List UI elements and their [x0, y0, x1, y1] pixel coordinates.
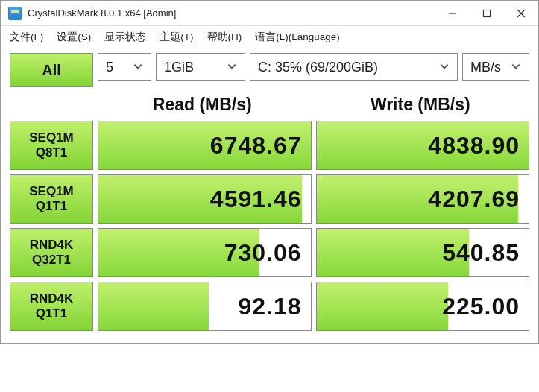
chevron-down-icon	[511, 60, 521, 75]
menu-settings[interactable]: 设置(S)	[57, 31, 91, 44]
column-headers: Read (MB/s) Write (MB/s)	[10, 90, 529, 121]
test-label-line2: Q8T1	[36, 145, 68, 160]
test-button-seq1m-q1t1[interactable]: SEQ1MQ1T1	[10, 174, 93, 224]
maximize-icon	[482, 9, 491, 18]
chevron-down-icon	[133, 60, 143, 75]
close-icon	[517, 9, 526, 18]
chevron-down-icon	[439, 60, 450, 75]
titlebar: CrystalDiskMark 8.0.1 x64 [Admin]	[1, 1, 538, 26]
read-cell: 6748.67	[98, 121, 312, 170]
test-label-line2: Q1T1	[36, 199, 68, 214]
menu-language[interactable]: 语言(L)(Language)	[255, 31, 340, 44]
write-cell: 4838.90	[316, 121, 530, 170]
test-button-seq1m-q8t1[interactable]: SEQ1MQ8T1	[10, 121, 93, 170]
test-label-line2: Q32T1	[32, 253, 71, 268]
test-count-select[interactable]: 5	[98, 53, 151, 81]
unit-value: MB/s	[470, 60, 501, 75]
read-value: 6748.67	[210, 132, 302, 159]
test-count-value: 5	[106, 60, 113, 75]
menubar: 文件(F) 设置(S) 显示状态 主题(T) 帮助(H) 语言(L)(Langu…	[1, 26, 538, 48]
minimize-icon	[448, 9, 457, 18]
write-cell: 540.85	[316, 228, 530, 277]
result-row: SEQ1MQ8T16748.674838.90	[10, 121, 529, 170]
progress-bar	[317, 282, 448, 330]
all-button-label: All	[42, 62, 61, 79]
result-row: SEQ1MQ1T14591.464207.69	[10, 174, 529, 224]
close-button[interactable]	[504, 1, 538, 26]
window-title: CrystalDiskMark 8.0.1 x64 [Admin]	[28, 7, 176, 19]
menu-theme[interactable]: 主题(T)	[160, 31, 193, 44]
test-label-line1: RND4K	[30, 238, 74, 253]
read-value: 730.06	[224, 239, 302, 267]
menu-state[interactable]: 显示状态	[104, 31, 146, 44]
write-cell: 225.00	[316, 282, 530, 331]
write-cell: 4207.69	[316, 174, 530, 224]
all-button[interactable]: All	[10, 53, 93, 87]
test-size-select[interactable]: 1GiB	[156, 53, 245, 81]
write-value: 4838.90	[428, 132, 520, 159]
svg-rect-1	[484, 10, 491, 16]
read-cell: 92.18	[98, 282, 312, 331]
write-value: 4207.69	[428, 186, 520, 213]
write-value: 225.00	[442, 293, 520, 320]
select-group: 5 1GiB C: 35% (69/200GiB) MB/s	[98, 53, 529, 87]
drive-select[interactable]: C: 35% (69/200GiB)	[250, 53, 458, 81]
results-grid: SEQ1MQ8T16748.674838.90SEQ1MQ1T14591.464…	[10, 121, 529, 331]
header-read: Read (MB/s)	[93, 90, 312, 121]
minimize-button[interactable]	[435, 1, 470, 26]
progress-bar	[98, 282, 209, 330]
test-label-line2: Q1T1	[36, 306, 68, 321]
test-button-rnd4k-q32t1[interactable]: RND4KQ32T1	[10, 228, 93, 277]
menu-file[interactable]: 文件(F)	[10, 31, 43, 44]
test-size-value: 1GiB	[164, 60, 194, 75]
window-buttons	[435, 1, 538, 26]
controls-row: All 5 1GiB C: 35% (69/200GiB) MB/s	[10, 53, 529, 87]
result-row: RND4KQ1T192.18225.00	[10, 282, 529, 331]
chevron-down-icon	[227, 60, 237, 75]
app-icon	[8, 7, 22, 20]
read-value: 92.18	[238, 293, 301, 320]
unit-select[interactable]: MB/s	[462, 53, 529, 81]
drive-value: C: 35% (69/200GiB)	[258, 60, 378, 75]
read-cell: 730.06	[98, 228, 312, 277]
app-window: CrystalDiskMark 8.0.1 x64 [Admin] 文件(F) …	[0, 0, 539, 344]
test-label-line1: SEQ1M	[29, 184, 74, 199]
maximize-button[interactable]	[470, 1, 504, 26]
write-value: 540.85	[442, 239, 520, 267]
content-area: All 5 1GiB C: 35% (69/200GiB) MB/s	[1, 48, 538, 343]
test-label-line1: SEQ1M	[29, 130, 74, 145]
test-button-rnd4k-q1t1[interactable]: RND4KQ1T1	[10, 282, 93, 331]
menu-help[interactable]: 帮助(H)	[207, 31, 242, 44]
read-value: 4591.46	[210, 186, 302, 213]
read-cell: 4591.46	[98, 174, 312, 224]
result-row: RND4KQ32T1730.06540.85	[10, 228, 529, 277]
header-write: Write (MB/s)	[312, 90, 530, 121]
test-label-line1: RND4K	[30, 291, 74, 306]
header-spacer	[10, 90, 93, 121]
